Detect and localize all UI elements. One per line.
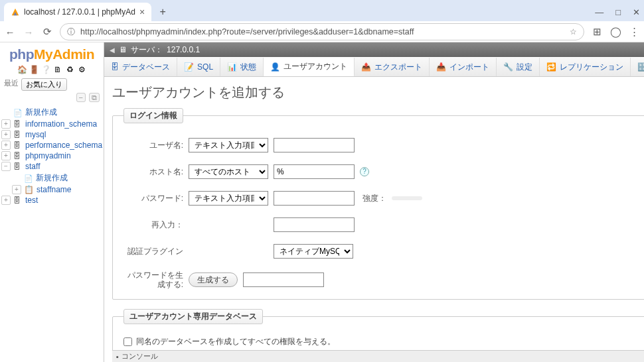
nav-export[interactable]: 📤エクスポート — [355, 58, 430, 76]
select-username-mode[interactable]: テキスト入力項目の値 — [189, 138, 268, 152]
url-box[interactable]: ⓘ http://localhost/phpmyadmin/index.php?… — [60, 23, 584, 40]
login-info-fieldset: ログイン情報 ユーザ名: テキスト入力項目の値 ホスト名: すべてのホスト ? … — [112, 108, 644, 300]
extensions-icon[interactable]: ⊞ — [591, 26, 603, 38]
tree-db-performance_schema[interactable]: +performance_schema — [1, 140, 102, 151]
window-close-icon[interactable]: ✕ — [633, 7, 640, 17]
sidebar-toolbar: − ⧉ — [0, 92, 104, 103]
top-nav: 🗄データベース 📝SQL 📊状態 👤ユーザアカウント 📤エクスポート 📥インポー… — [104, 57, 644, 77]
window-maximize-icon[interactable]: □ — [615, 7, 621, 17]
tree-db-information_schema[interactable]: +information_schema — [1, 119, 102, 129]
console-icon: ▪ — [116, 353, 119, 361]
nav-status[interactable]: 📊状態 — [220, 58, 264, 76]
cb-label-1: 同名のデータベースを作成してすべての権限を与える。 — [136, 336, 335, 347]
reload-icon[interactable]: ♻ — [65, 65, 74, 74]
tab-strip: localhost / 127.0.0.1 | phpMyAd × + ― □ … — [0, 0, 644, 21]
main-pane: ◀ 🖥 サーバ： 127.0.0.1 ⌃ 🗄データベース 📝SQL 📊状態 👤ユ… — [104, 42, 644, 362]
tree-db-phpmyadmin[interactable]: +phpmyadmin — [1, 151, 102, 161]
nav-sql[interactable]: 📝SQL — [177, 58, 220, 76]
nav-reload-icon[interactable]: ⟳ — [41, 26, 53, 38]
tree-db-mysql[interactable]: +mysql — [1, 129, 102, 140]
label-generate: パスワードを生成する: — [123, 271, 183, 290]
label-strength: 強度： — [362, 193, 386, 204]
nav-import[interactable]: 📥インポート — [430, 58, 497, 76]
db-nav-icon: 🗄 — [111, 62, 119, 72]
breadcrumb-collapse-icon[interactable]: ◀ — [110, 46, 115, 54]
sql-icon[interactable]: 🗎 — [53, 65, 62, 74]
help-icon[interactable]: ? — [360, 167, 369, 176]
logo-myadmin: MyAdmin — [34, 46, 94, 62]
server-breadcrumb[interactable]: ◀ 🖥 サーバ： 127.0.0.1 ⌃ — [104, 42, 644, 57]
users-nav-icon: 👤 — [270, 62, 280, 72]
console-bar[interactable]: ▪ コンソール — [112, 350, 644, 362]
profile-icon[interactable]: ◯ — [609, 26, 621, 38]
url-text: http://localhost/phpmyadmin/index.php?ro… — [80, 27, 564, 36]
row-host: ホスト名: すべてのホスト ? — [123, 164, 644, 179]
content: ユーザアカウントを追加する ログイン情報 ユーザ名: テキスト入力項目の値 ホス… — [104, 77, 644, 362]
new-tab-button[interactable]: + — [155, 5, 170, 19]
docs-icon[interactable]: ❔ — [41, 65, 50, 74]
site-info-icon[interactable]: ⓘ — [67, 27, 75, 38]
nav-users[interactable]: 👤ユーザアカウント — [264, 58, 355, 77]
db-icon — [13, 130, 23, 139]
table-icon: 📋 — [24, 185, 34, 194]
new-db-icon — [13, 108, 23, 117]
database-tree: 新規作成 +information_schema +mysql +perform… — [0, 103, 104, 208]
row-username: ユーザ名: テキスト入力項目の値 — [123, 138, 644, 152]
export-nav-icon: 📤 — [361, 62, 371, 72]
server-icon: 🖥 — [119, 45, 127, 54]
server-name: 127.0.0.1 — [167, 45, 200, 54]
tree-db-test[interactable]: +test — [1, 195, 102, 206]
label-retype: 再入力： — [123, 219, 183, 231]
tree-staff-staffname[interactable]: +📋staffname — [1, 184, 102, 195]
cb-row-1: 同名のデータベースを作成してすべての権限を与える。 — [123, 336, 644, 347]
tab-title: localhost / 127.0.0.1 | phpMyAd — [24, 7, 135, 17]
nav-replication[interactable]: 🔁レプリケーション — [540, 58, 631, 76]
select-auth-plugin[interactable]: ネイティブMySQL認証 — [274, 244, 353, 259]
nav-forward-icon[interactable]: → — [23, 27, 35, 38]
collapse-tree-icon[interactable]: − — [76, 93, 86, 102]
window-minimize-icon[interactable]: ― — [595, 7, 604, 17]
settings-icon[interactable]: ⚙ — [77, 65, 86, 74]
home-icon-row: 🏠 🚪 ❔ 🗎 ♻ ⚙ — [0, 65, 104, 74]
db-icon — [13, 162, 23, 171]
server-label: サーバ： — [131, 44, 163, 56]
generate-button[interactable]: 生成する — [189, 272, 238, 287]
favicon-phpmyadmin — [11, 7, 20, 17]
logo[interactable]: phpMyAdmin — [0, 42, 104, 64]
strength-meter — [392, 196, 422, 200]
app-frame: phpMyAdmin 🏠 🚪 ❔ 🗎 ♻ ⚙ 最近 お気に入り − ⧉ 新規作成… — [0, 42, 644, 362]
tree-staff-new[interactable]: 新規作成 — [1, 172, 102, 184]
row-auth: 認証プラグイン ネイティブMySQL認証 — [123, 244, 644, 259]
page-title: ユーザアカウントを追加する — [112, 84, 644, 101]
db-icon — [13, 196, 23, 205]
select-host-mode[interactable]: すべてのホスト — [189, 164, 268, 179]
browser-tab[interactable]: localhost / 127.0.0.1 | phpMyAd × — [4, 3, 151, 21]
sql-nav-icon: 📝 — [184, 62, 194, 72]
home-icon[interactable]: 🏠 — [17, 65, 27, 74]
input-generated[interactable] — [243, 272, 324, 287]
login-info-legend: ログイン情報 — [123, 108, 183, 123]
cb-create-same-db[interactable] — [123, 337, 132, 346]
input-retype[interactable] — [274, 217, 355, 232]
address-bar: ← → ⟳ ⓘ http://localhost/phpmyadmin/inde… — [0, 21, 644, 42]
select-password-mode[interactable]: テキスト入力項目の値 — [189, 191, 268, 206]
nav-back-icon[interactable]: ← — [4, 27, 16, 38]
status-nav-icon: 📊 — [227, 62, 237, 72]
input-password[interactable] — [274, 191, 355, 206]
nav-settings[interactable]: 🔧設定 — [497, 58, 540, 76]
sidebar-tab-favorites[interactable]: お気に入り — [21, 78, 67, 91]
logout-icon[interactable]: 🚪 — [29, 65, 39, 74]
tree-db-staff[interactable]: −staff — [1, 161, 102, 172]
bookmark-star-icon[interactable]: ☆ — [570, 27, 577, 36]
link-icon[interactable]: ⧉ — [89, 93, 100, 102]
browser-chrome: localhost / 127.0.0.1 | phpMyAd × + ― □ … — [0, 0, 644, 42]
vars-nav-icon: 🔡 — [637, 62, 644, 72]
input-host[interactable] — [274, 164, 355, 179]
menu-icon[interactable]: ⋮ — [628, 26, 640, 38]
tree-new[interactable]: 新規作成 — [1, 106, 102, 119]
close-tab-icon[interactable]: × — [139, 7, 145, 17]
nav-databases[interactable]: 🗄データベース — [104, 58, 177, 76]
nav-variables[interactable]: 🔡変数 — [631, 58, 644, 76]
sidebar-tab-recent[interactable]: 最近 — [4, 78, 19, 91]
input-username[interactable] — [274, 138, 355, 152]
